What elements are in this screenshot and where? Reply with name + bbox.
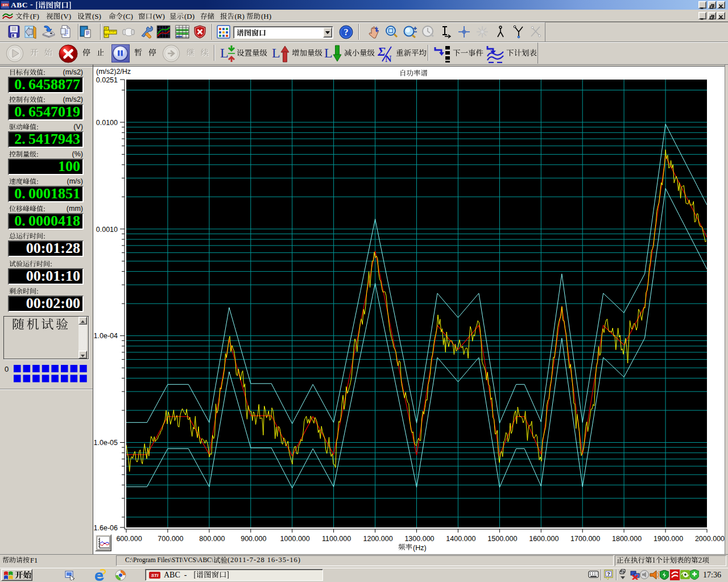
svg-text:?: ? (344, 27, 349, 37)
svg-text:?: ? (607, 571, 610, 577)
svg-text:Σ: Σ (378, 44, 386, 59)
svg-text:STI: STI (2, 3, 8, 7)
svg-text:N: N (385, 54, 392, 63)
svg-text:STI: STI (151, 573, 159, 578)
